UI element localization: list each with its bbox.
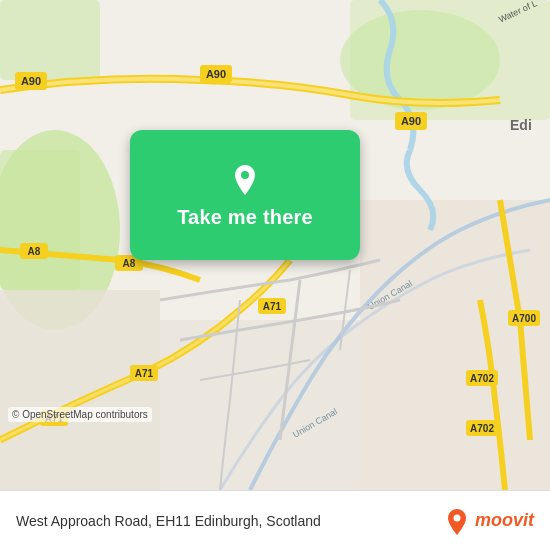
svg-text:A71: A71 <box>263 301 282 312</box>
svg-text:A702: A702 <box>470 423 494 434</box>
svg-text:A90: A90 <box>401 115 421 127</box>
svg-rect-6 <box>0 290 160 490</box>
svg-point-36 <box>453 514 460 521</box>
moovit-pin-icon <box>443 507 471 535</box>
moovit-text: moovit <box>475 510 534 531</box>
svg-rect-2 <box>0 150 80 290</box>
svg-text:A8: A8 <box>28 246 41 257</box>
map-container: A90 A90 A90 A8 A8 A71 A71 A71 A700 A702 <box>0 0 550 490</box>
take-me-there-card[interactable]: Take me there <box>130 130 360 260</box>
bottom-bar: West Approach Road, EH11 Edinburgh, Scot… <box>0 490 550 550</box>
svg-text:A71: A71 <box>135 368 154 379</box>
location-pin-icon <box>227 162 263 198</box>
svg-text:A702: A702 <box>470 373 494 384</box>
address-text: West Approach Road, EH11 Edinburgh, Scot… <box>16 513 321 529</box>
svg-text:Edi: Edi <box>510 117 532 133</box>
svg-rect-3 <box>0 0 100 80</box>
osm-attribution: © OpenStreetMap contributors <box>8 407 152 422</box>
moovit-logo: moovit <box>443 507 534 535</box>
svg-point-35 <box>241 171 249 179</box>
svg-text:A8: A8 <box>123 258 136 269</box>
svg-text:A700: A700 <box>512 313 536 324</box>
take-me-there-label: Take me there <box>177 206 313 229</box>
svg-text:A90: A90 <box>206 68 226 80</box>
svg-text:A90: A90 <box>21 75 41 87</box>
